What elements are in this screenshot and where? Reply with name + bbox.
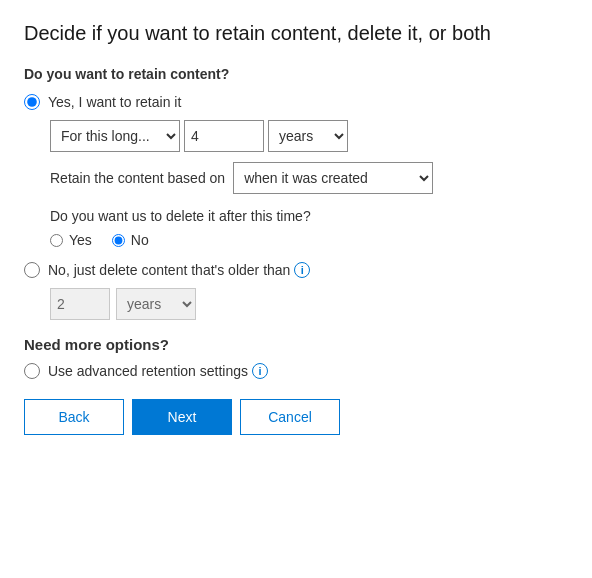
for-this-long-select[interactable]: For this long... 1 year Custom — [50, 120, 180, 152]
duration-controls: For this long... 1 year Custom years mon… — [50, 120, 568, 152]
need-more-label: Need more options? — [24, 336, 568, 353]
delete-no-text: No — [131, 232, 149, 248]
based-on-label: Retain the content based on — [50, 170, 225, 186]
duration-input[interactable] — [184, 120, 264, 152]
delete-no-radio[interactable] — [112, 234, 125, 247]
delete-yes-radio[interactable] — [50, 234, 63, 247]
yes-retain-controls: For this long... 1 year Custom years mon… — [50, 120, 568, 248]
need-more-section: Need more options? Use advanced retentio… — [24, 336, 568, 379]
delete-radio-row: Yes No — [50, 232, 568, 248]
years-select[interactable]: years months days — [268, 120, 348, 152]
delete-question: Do you want us to delete it after this t… — [50, 208, 568, 224]
advanced-option-label: Use advanced retention settings — [48, 363, 248, 379]
delete-yes-text: Yes — [69, 232, 92, 248]
advanced-radio[interactable]: Use advanced retention settings i — [24, 363, 568, 379]
radio-no-retain[interactable]: No, just delete content that's older tha… — [24, 262, 568, 278]
older-than-unit-select[interactable]: years months days — [116, 288, 196, 320]
radio-no-retain-input[interactable] — [24, 262, 40, 278]
based-on-row: Retain the content based on when it was … — [50, 162, 568, 194]
next-button[interactable]: Next — [132, 399, 232, 435]
button-row: Back Next Cancel — [24, 399, 568, 435]
radio-yes-retain-input[interactable] — [24, 94, 40, 110]
advanced-radio-input[interactable] — [24, 363, 40, 379]
delete-no-label[interactable]: No — [112, 232, 149, 248]
page-title: Decide if you want to retain content, de… — [24, 20, 568, 46]
radio-no-retain-label: No, just delete content that's older tha… — [48, 262, 290, 278]
older-than-controls: years months days — [50, 288, 568, 320]
older-than-input[interactable] — [50, 288, 110, 320]
delete-yes-label[interactable]: Yes — [50, 232, 92, 248]
radio-yes-retain[interactable]: Yes, I want to retain it — [24, 94, 568, 110]
cancel-button[interactable]: Cancel — [240, 399, 340, 435]
back-button[interactable]: Back — [24, 399, 124, 435]
based-on-select[interactable]: when it was created when it was modified… — [233, 162, 433, 194]
advanced-info-icon[interactable]: i — [252, 363, 268, 379]
retain-section: Do you want to retain content? Yes, I wa… — [24, 66, 568, 320]
no-retain-info-icon[interactable]: i — [294, 262, 310, 278]
radio-yes-retain-label: Yes, I want to retain it — [48, 94, 181, 110]
retain-question: Do you want to retain content? — [24, 66, 568, 82]
